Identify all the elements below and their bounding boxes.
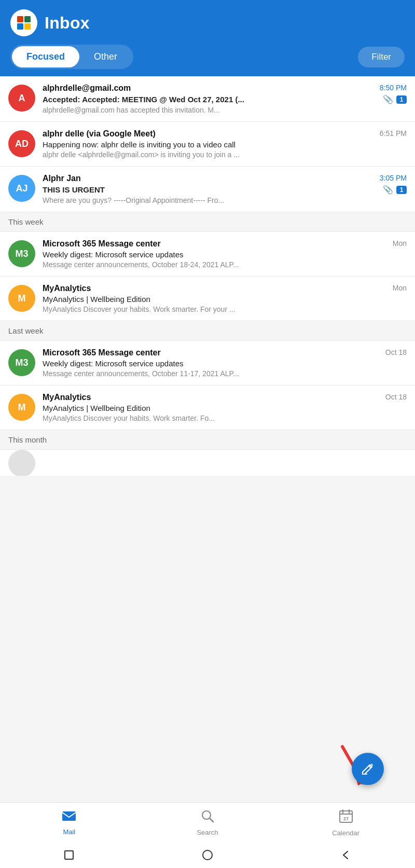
email-header-row: MyAnalytics Oct 18 [43,393,407,402]
email-item[interactable]: M3 Microsoft 365 Message center Mon Week… [0,232,415,277]
tab-other[interactable]: Other [79,46,132,67]
email-content: Alphr Jan 3:05 PM THIS IS URGENT 📎 1 Whe… [43,174,407,204]
tab-focused[interactable]: Focused [12,46,79,67]
sender-name: Microsoft 365 Message center [43,348,381,357]
sender-name: alphrdelle@gmail.com [43,84,376,93]
header: Inbox Focused Other Filter [0,0,415,76]
section-header-this-week: This week [0,212,415,232]
email-preview: Where are you guys? -----Original Appoin… [43,196,407,204]
email-subject: Accepted: Accepted: MEETING @ Wed Oct 27… [43,95,380,104]
svg-rect-2 [17,23,23,30]
compose-fab[interactable] [352,753,384,785]
android-system-nav [0,842,415,868]
email-content: alphr delle (via Google Meet) 6:51 PM Ha… [43,129,407,159]
nav-search[interactable]: Search [187,809,228,836]
email-item[interactable]: AD alphr delle (via Google Meet) 6:51 PM… [0,122,415,167]
avatar: M3 [8,240,35,267]
email-preview: Message center announcements, October 11… [43,369,407,378]
sender-name: alphr delle (via Google Meet) [43,129,376,139]
avatar: A [8,85,35,112]
email-item[interactable]: M MyAnalytics Mon MyAnalytics | Wellbein… [0,277,415,321]
email-list: A alphrdelle@gmail.com 8:50 PM Accepted:… [0,76,415,476]
email-header-row: MyAnalytics Mon [43,284,407,293]
email-subject-row: Weekly digest: Microsoft service updates [43,359,407,368]
svg-rect-1 [24,16,31,22]
filter-button[interactable]: Filter [358,47,405,67]
email-time: Mon [393,284,407,292]
search-icon [201,809,214,826]
email-preview: Message center announcements, October 18… [43,260,407,269]
email-subject-row: MyAnalytics | Wellbeing Edition [43,404,407,412]
svg-rect-4 [362,774,367,775]
bottom-navigation: Mail Search 27 Calendar [0,802,415,842]
email-content: MyAnalytics Mon MyAnalytics | Wellbeing … [43,284,407,313]
email-time: Oct 18 [385,348,407,356]
section-header-this-month: This month [0,430,415,450]
email-header-row: Alphr Jan 3:05 PM [43,174,407,183]
avatar: M [8,285,35,312]
avatar: M [8,394,35,421]
email-subject: Weekly digest: Microsoft service updates [43,359,407,368]
email-header-row: alphr delle (via Google Meet) 6:51 PM [43,129,407,139]
nav-calendar[interactable]: 27 Calendar [325,809,367,837]
email-content: alphrdelle@gmail.com 8:50 PM Accepted: A… [43,84,407,114]
email-preview: MyAnalytics Discover your habits. Work s… [43,305,407,313]
email-subject-row: Happening now: alphr delle is inviting y… [43,140,407,149]
email-preview: MyAnalytics Discover your habits. Work s… [43,414,407,422]
calendar-label: Calendar [332,829,359,837]
tabs-container: Focused Other [10,45,133,69]
email-subject-row: Weekly digest: Microsoft service updates [43,250,407,259]
email-badge: 1 [396,186,407,194]
sender-name: MyAnalytics [43,393,381,402]
attachment-icon: 📎 [383,94,393,104]
email-subject-row: THIS IS URGENT 📎 1 [43,185,407,195]
header-top: Inbox [10,9,405,45]
avatar: AD [8,130,35,157]
email-subject: MyAnalytics | Wellbeing Edition [43,295,407,304]
attachment-icon: 📎 [383,185,393,195]
email-time: Mon [393,239,407,247]
email-subject-row: MyAnalytics | Wellbeing Edition [43,295,407,304]
email-header-row: Microsoft 365 Message center Oct 18 [43,348,407,357]
compose-icon [361,762,375,776]
svg-point-16 [203,850,212,860]
email-subject: Happening now: alphr delle is inviting y… [43,140,407,149]
email-header-row: Microsoft 365 Message center Mon [43,239,407,249]
email-time: 3:05 PM [380,174,407,182]
page-title: Inbox [45,13,90,33]
email-subject-row: Accepted: Accepted: MEETING @ Wed Oct 27… [43,94,407,104]
email-preview: alphr delle <alphrdelle@gmail.com> is in… [43,150,407,159]
sender-name: Alphr Jan [43,174,376,183]
avatar [8,450,35,476]
email-item-partial[interactable] [0,450,415,476]
svg-text:27: 27 [343,816,349,821]
email-item[interactable]: M3 Microsoft 365 Message center Oct 18 W… [0,341,415,385]
email-item[interactable]: M MyAnalytics Oct 18 MyAnalytics | Wellb… [0,385,415,430]
email-subject: MyAnalytics | Wellbeing Edition [43,404,407,412]
nav-mail[interactable]: Mail [48,810,90,836]
office-logo [10,9,37,36]
email-preview: alphrdelle@gmail.com has accepted this i… [43,106,407,114]
email-item[interactable]: AJ Alphr Jan 3:05 PM THIS IS URGENT 📎 1 … [0,167,415,212]
android-square-btn[interactable] [62,848,76,862]
svg-rect-15 [65,851,73,859]
email-time: Oct 18 [385,393,407,401]
email-badge: 1 [396,95,407,104]
calendar-icon: 27 [339,809,353,827]
avatar: M3 [8,349,35,376]
avatar: AJ [8,175,35,202]
email-content: Microsoft 365 Message center Oct 18 Week… [43,348,407,378]
email-content: Microsoft 365 Message center Mon Weekly … [43,239,407,269]
android-back-btn[interactable] [339,848,353,862]
email-item[interactable]: A alphrdelle@gmail.com 8:50 PM Accepted:… [0,76,415,122]
email-time: 6:51 PM [380,129,407,137]
mail-icon [62,810,76,826]
sender-name: Microsoft 365 Message center [43,239,389,249]
search-label: Search [197,829,218,836]
android-home-btn[interactable] [200,848,215,862]
svg-rect-3 [24,23,31,30]
email-subject: THIS IS URGENT [43,185,380,194]
tabs-row: Focused Other Filter [10,45,405,76]
svg-rect-7 [62,811,76,821]
mail-label: Mail [63,828,75,836]
